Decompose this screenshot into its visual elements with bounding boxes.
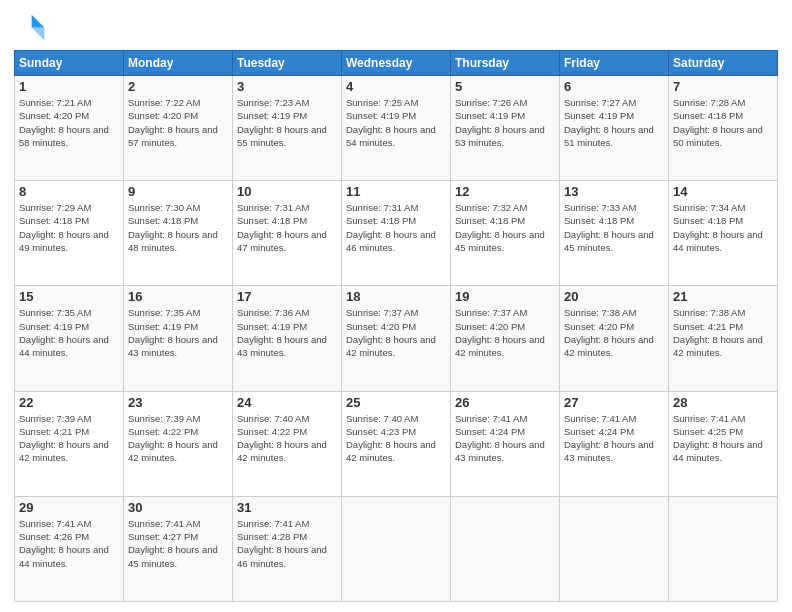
day-detail: Sunrise: 7:22 AMSunset: 4:20 PMDaylight:… xyxy=(128,96,228,149)
calendar-cell: 9Sunrise: 7:30 AMSunset: 4:18 PMDaylight… xyxy=(124,181,233,286)
day-detail: Sunrise: 7:23 AMSunset: 4:19 PMDaylight:… xyxy=(237,96,337,149)
calendar-cell: 28Sunrise: 7:41 AMSunset: 4:25 PMDayligh… xyxy=(669,391,778,496)
day-number: 4 xyxy=(346,79,446,94)
day-number: 24 xyxy=(237,395,337,410)
day-number: 27 xyxy=(564,395,664,410)
day-number: 5 xyxy=(455,79,555,94)
day-detail: Sunrise: 7:32 AMSunset: 4:18 PMDaylight:… xyxy=(455,201,555,254)
calendar-cell: 1Sunrise: 7:21 AMSunset: 4:20 PMDaylight… xyxy=(15,76,124,181)
day-number: 17 xyxy=(237,289,337,304)
weekday-header-saturday: Saturday xyxy=(669,51,778,76)
day-detail: Sunrise: 7:40 AMSunset: 4:22 PMDaylight:… xyxy=(237,412,337,465)
weekday-header-sunday: Sunday xyxy=(15,51,124,76)
day-number: 3 xyxy=(237,79,337,94)
calendar-cell: 3Sunrise: 7:23 AMSunset: 4:19 PMDaylight… xyxy=(233,76,342,181)
svg-marker-1 xyxy=(32,28,45,41)
day-detail: Sunrise: 7:21 AMSunset: 4:20 PMDaylight:… xyxy=(19,96,119,149)
calendar-cell: 8Sunrise: 7:29 AMSunset: 4:18 PMDaylight… xyxy=(15,181,124,286)
day-number: 18 xyxy=(346,289,446,304)
calendar-cell: 16Sunrise: 7:35 AMSunset: 4:19 PMDayligh… xyxy=(124,286,233,391)
calendar-cell: 25Sunrise: 7:40 AMSunset: 4:23 PMDayligh… xyxy=(342,391,451,496)
day-detail: Sunrise: 7:30 AMSunset: 4:18 PMDaylight:… xyxy=(128,201,228,254)
calendar-cell: 26Sunrise: 7:41 AMSunset: 4:24 PMDayligh… xyxy=(451,391,560,496)
day-number: 7 xyxy=(673,79,773,94)
page: SundayMondayTuesdayWednesdayThursdayFrid… xyxy=(0,0,792,612)
day-number: 20 xyxy=(564,289,664,304)
calendar-cell: 4Sunrise: 7:25 AMSunset: 4:19 PMDaylight… xyxy=(342,76,451,181)
weekday-header-wednesday: Wednesday xyxy=(342,51,451,76)
day-number: 15 xyxy=(19,289,119,304)
day-number: 21 xyxy=(673,289,773,304)
svg-marker-0 xyxy=(32,15,45,28)
calendar-week-4: 22Sunrise: 7:39 AMSunset: 4:21 PMDayligh… xyxy=(15,391,778,496)
calendar-cell: 23Sunrise: 7:39 AMSunset: 4:22 PMDayligh… xyxy=(124,391,233,496)
day-detail: Sunrise: 7:26 AMSunset: 4:19 PMDaylight:… xyxy=(455,96,555,149)
day-number: 9 xyxy=(128,184,228,199)
header xyxy=(14,10,778,42)
day-number: 29 xyxy=(19,500,119,515)
day-detail: Sunrise: 7:36 AMSunset: 4:19 PMDaylight:… xyxy=(237,306,337,359)
day-number: 23 xyxy=(128,395,228,410)
day-detail: Sunrise: 7:41 AMSunset: 4:27 PMDaylight:… xyxy=(128,517,228,570)
calendar-cell: 18Sunrise: 7:37 AMSunset: 4:20 PMDayligh… xyxy=(342,286,451,391)
day-detail: Sunrise: 7:41 AMSunset: 4:26 PMDaylight:… xyxy=(19,517,119,570)
weekday-row: SundayMondayTuesdayWednesdayThursdayFrid… xyxy=(15,51,778,76)
logo-icon xyxy=(14,10,46,42)
calendar-header: SundayMondayTuesdayWednesdayThursdayFrid… xyxy=(15,51,778,76)
calendar-cell: 12Sunrise: 7:32 AMSunset: 4:18 PMDayligh… xyxy=(451,181,560,286)
calendar-cell xyxy=(560,496,669,601)
calendar-cell: 22Sunrise: 7:39 AMSunset: 4:21 PMDayligh… xyxy=(15,391,124,496)
day-number: 22 xyxy=(19,395,119,410)
day-number: 26 xyxy=(455,395,555,410)
calendar-cell: 20Sunrise: 7:38 AMSunset: 4:20 PMDayligh… xyxy=(560,286,669,391)
day-detail: Sunrise: 7:38 AMSunset: 4:20 PMDaylight:… xyxy=(564,306,664,359)
calendar-cell: 14Sunrise: 7:34 AMSunset: 4:18 PMDayligh… xyxy=(669,181,778,286)
day-number: 10 xyxy=(237,184,337,199)
day-detail: Sunrise: 7:40 AMSunset: 4:23 PMDaylight:… xyxy=(346,412,446,465)
day-detail: Sunrise: 7:41 AMSunset: 4:24 PMDaylight:… xyxy=(564,412,664,465)
day-number: 31 xyxy=(237,500,337,515)
day-detail: Sunrise: 7:37 AMSunset: 4:20 PMDaylight:… xyxy=(346,306,446,359)
calendar-cell: 11Sunrise: 7:31 AMSunset: 4:18 PMDayligh… xyxy=(342,181,451,286)
day-number: 14 xyxy=(673,184,773,199)
day-detail: Sunrise: 7:37 AMSunset: 4:20 PMDaylight:… xyxy=(455,306,555,359)
weekday-header-monday: Monday xyxy=(124,51,233,76)
calendar-week-5: 29Sunrise: 7:41 AMSunset: 4:26 PMDayligh… xyxy=(15,496,778,601)
calendar-body: 1Sunrise: 7:21 AMSunset: 4:20 PMDaylight… xyxy=(15,76,778,602)
day-detail: Sunrise: 7:38 AMSunset: 4:21 PMDaylight:… xyxy=(673,306,773,359)
day-number: 6 xyxy=(564,79,664,94)
weekday-header-thursday: Thursday xyxy=(451,51,560,76)
day-detail: Sunrise: 7:29 AMSunset: 4:18 PMDaylight:… xyxy=(19,201,119,254)
day-detail: Sunrise: 7:41 AMSunset: 4:24 PMDaylight:… xyxy=(455,412,555,465)
calendar-cell: 30Sunrise: 7:41 AMSunset: 4:27 PMDayligh… xyxy=(124,496,233,601)
day-detail: Sunrise: 7:35 AMSunset: 4:19 PMDaylight:… xyxy=(128,306,228,359)
day-detail: Sunrise: 7:28 AMSunset: 4:18 PMDaylight:… xyxy=(673,96,773,149)
day-detail: Sunrise: 7:39 AMSunset: 4:21 PMDaylight:… xyxy=(19,412,119,465)
calendar-cell: 6Sunrise: 7:27 AMSunset: 4:19 PMDaylight… xyxy=(560,76,669,181)
weekday-header-friday: Friday xyxy=(560,51,669,76)
calendar-cell: 27Sunrise: 7:41 AMSunset: 4:24 PMDayligh… xyxy=(560,391,669,496)
day-number: 19 xyxy=(455,289,555,304)
day-detail: Sunrise: 7:41 AMSunset: 4:28 PMDaylight:… xyxy=(237,517,337,570)
calendar-cell: 19Sunrise: 7:37 AMSunset: 4:20 PMDayligh… xyxy=(451,286,560,391)
calendar-cell: 15Sunrise: 7:35 AMSunset: 4:19 PMDayligh… xyxy=(15,286,124,391)
calendar-cell xyxy=(451,496,560,601)
day-number: 2 xyxy=(128,79,228,94)
day-number: 12 xyxy=(455,184,555,199)
calendar-cell: 17Sunrise: 7:36 AMSunset: 4:19 PMDayligh… xyxy=(233,286,342,391)
day-detail: Sunrise: 7:31 AMSunset: 4:18 PMDaylight:… xyxy=(346,201,446,254)
calendar-cell: 21Sunrise: 7:38 AMSunset: 4:21 PMDayligh… xyxy=(669,286,778,391)
day-number: 28 xyxy=(673,395,773,410)
calendar-cell: 7Sunrise: 7:28 AMSunset: 4:18 PMDaylight… xyxy=(669,76,778,181)
calendar-week-2: 8Sunrise: 7:29 AMSunset: 4:18 PMDaylight… xyxy=(15,181,778,286)
calendar-cell: 29Sunrise: 7:41 AMSunset: 4:26 PMDayligh… xyxy=(15,496,124,601)
day-detail: Sunrise: 7:41 AMSunset: 4:25 PMDaylight:… xyxy=(673,412,773,465)
day-detail: Sunrise: 7:39 AMSunset: 4:22 PMDaylight:… xyxy=(128,412,228,465)
calendar-week-3: 15Sunrise: 7:35 AMSunset: 4:19 PMDayligh… xyxy=(15,286,778,391)
day-number: 8 xyxy=(19,184,119,199)
weekday-header-tuesday: Tuesday xyxy=(233,51,342,76)
day-number: 25 xyxy=(346,395,446,410)
day-number: 16 xyxy=(128,289,228,304)
calendar-cell: 10Sunrise: 7:31 AMSunset: 4:18 PMDayligh… xyxy=(233,181,342,286)
day-detail: Sunrise: 7:25 AMSunset: 4:19 PMDaylight:… xyxy=(346,96,446,149)
